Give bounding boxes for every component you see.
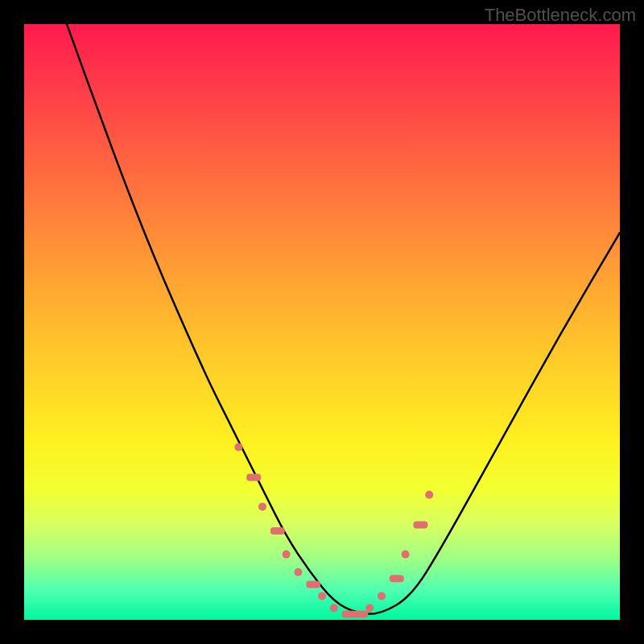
curve-svg — [24, 24, 620, 620]
marker-dot — [283, 551, 291, 559]
marker-dot — [378, 592, 386, 600]
marker-dot — [402, 551, 410, 559]
marker-bar — [246, 473, 261, 481]
marker-dot — [294, 568, 302, 576]
marker-bar — [353, 611, 368, 618]
marker-group — [234, 443, 433, 617]
marker-dot — [318, 592, 326, 600]
marker-dot — [365, 604, 374, 612]
watermark-text: TheBottleneck.com — [485, 5, 636, 26]
marker-dot — [234, 443, 242, 451]
marker-dot — [258, 502, 266, 510]
marker-dot — [330, 604, 338, 612]
marker-dot — [425, 491, 433, 499]
plot-area — [24, 24, 620, 620]
marker-bar — [306, 581, 320, 588]
marker-bar — [390, 575, 404, 582]
marker-bar — [270, 527, 285, 535]
bottleneck-curve — [24, 0, 620, 614]
chart-frame: TheBottleneck.com — [0, 0, 644, 644]
marker-bar — [413, 522, 427, 529]
